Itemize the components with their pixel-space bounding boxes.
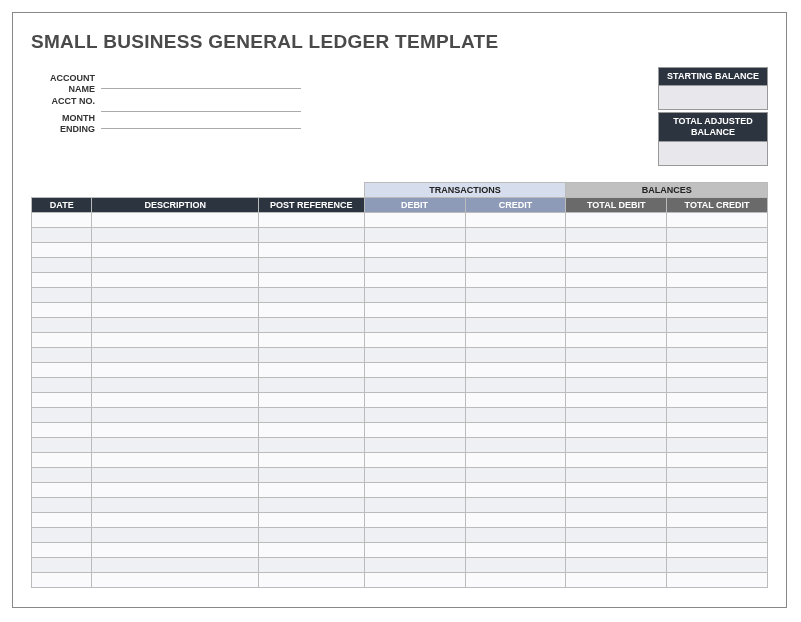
table-cell[interactable]	[32, 453, 92, 468]
table-cell[interactable]	[667, 348, 768, 363]
table-cell[interactable]	[92, 228, 258, 243]
table-cell[interactable]	[667, 333, 768, 348]
table-cell[interactable]	[32, 348, 92, 363]
table-cell[interactable]	[566, 333, 667, 348]
table-cell[interactable]	[667, 573, 768, 588]
table-cell[interactable]	[566, 213, 667, 228]
month-ending-input[interactable]	[101, 113, 301, 129]
table-cell[interactable]	[364, 543, 465, 558]
table-cell[interactable]	[667, 423, 768, 438]
adjusted-balance-value[interactable]	[658, 142, 768, 166]
table-cell[interactable]	[465, 423, 566, 438]
table-cell[interactable]	[258, 483, 364, 498]
table-cell[interactable]	[465, 438, 566, 453]
table-cell[interactable]	[566, 573, 667, 588]
table-cell[interactable]	[566, 483, 667, 498]
table-cell[interactable]	[465, 543, 566, 558]
table-cell[interactable]	[32, 528, 92, 543]
table-cell[interactable]	[364, 408, 465, 423]
table-cell[interactable]	[667, 273, 768, 288]
table-cell[interactable]	[667, 318, 768, 333]
table-cell[interactable]	[667, 363, 768, 378]
table-cell[interactable]	[258, 228, 364, 243]
table-cell[interactable]	[258, 273, 364, 288]
table-cell[interactable]	[667, 393, 768, 408]
table-cell[interactable]	[566, 378, 667, 393]
table-cell[interactable]	[465, 528, 566, 543]
table-cell[interactable]	[258, 393, 364, 408]
table-cell[interactable]	[465, 483, 566, 498]
table-cell[interactable]	[364, 423, 465, 438]
table-cell[interactable]	[566, 408, 667, 423]
table-cell[interactable]	[258, 543, 364, 558]
table-cell[interactable]	[92, 408, 258, 423]
table-cell[interactable]	[667, 558, 768, 573]
table-cell[interactable]	[32, 423, 92, 438]
table-cell[interactable]	[92, 378, 258, 393]
table-cell[interactable]	[364, 243, 465, 258]
table-cell[interactable]	[465, 348, 566, 363]
table-cell[interactable]	[92, 243, 258, 258]
table-cell[interactable]	[92, 543, 258, 558]
table-cell[interactable]	[566, 363, 667, 378]
table-cell[interactable]	[667, 228, 768, 243]
table-cell[interactable]	[92, 453, 258, 468]
table-cell[interactable]	[667, 243, 768, 258]
table-cell[interactable]	[92, 558, 258, 573]
table-cell[interactable]	[258, 498, 364, 513]
table-cell[interactable]	[364, 378, 465, 393]
table-cell[interactable]	[364, 528, 465, 543]
table-cell[interactable]	[566, 468, 667, 483]
table-cell[interactable]	[566, 528, 667, 543]
table-cell[interactable]	[465, 408, 566, 423]
table-cell[interactable]	[364, 513, 465, 528]
table-cell[interactable]	[364, 333, 465, 348]
table-cell[interactable]	[92, 348, 258, 363]
table-cell[interactable]	[667, 483, 768, 498]
table-cell[interactable]	[32, 498, 92, 513]
table-cell[interactable]	[667, 468, 768, 483]
table-cell[interactable]	[92, 498, 258, 513]
table-cell[interactable]	[32, 543, 92, 558]
table-cell[interactable]	[566, 303, 667, 318]
table-cell[interactable]	[92, 318, 258, 333]
table-cell[interactable]	[566, 558, 667, 573]
table-cell[interactable]	[465, 228, 566, 243]
starting-balance-value[interactable]	[658, 86, 768, 110]
table-cell[interactable]	[258, 288, 364, 303]
table-cell[interactable]	[258, 213, 364, 228]
table-cell[interactable]	[92, 303, 258, 318]
table-cell[interactable]	[364, 573, 465, 588]
table-cell[interactable]	[32, 438, 92, 453]
table-cell[interactable]	[667, 258, 768, 273]
table-cell[interactable]	[32, 288, 92, 303]
table-cell[interactable]	[258, 438, 364, 453]
acct-no-input[interactable]	[101, 96, 301, 112]
table-cell[interactable]	[465, 273, 566, 288]
table-cell[interactable]	[258, 303, 364, 318]
table-cell[interactable]	[566, 438, 667, 453]
table-cell[interactable]	[364, 438, 465, 453]
table-cell[interactable]	[92, 258, 258, 273]
table-cell[interactable]	[465, 243, 566, 258]
table-cell[interactable]	[92, 513, 258, 528]
table-cell[interactable]	[364, 453, 465, 468]
table-cell[interactable]	[258, 408, 364, 423]
table-cell[interactable]	[667, 408, 768, 423]
table-cell[interactable]	[258, 453, 364, 468]
table-cell[interactable]	[566, 543, 667, 558]
table-cell[interactable]	[258, 423, 364, 438]
table-cell[interactable]	[258, 378, 364, 393]
table-cell[interactable]	[364, 273, 465, 288]
table-cell[interactable]	[32, 318, 92, 333]
table-cell[interactable]	[667, 438, 768, 453]
table-cell[interactable]	[92, 273, 258, 288]
table-cell[interactable]	[364, 318, 465, 333]
table-cell[interactable]	[364, 498, 465, 513]
table-cell[interactable]	[566, 498, 667, 513]
table-cell[interactable]	[465, 393, 566, 408]
table-cell[interactable]	[92, 573, 258, 588]
table-cell[interactable]	[566, 393, 667, 408]
table-cell[interactable]	[566, 243, 667, 258]
table-cell[interactable]	[258, 243, 364, 258]
